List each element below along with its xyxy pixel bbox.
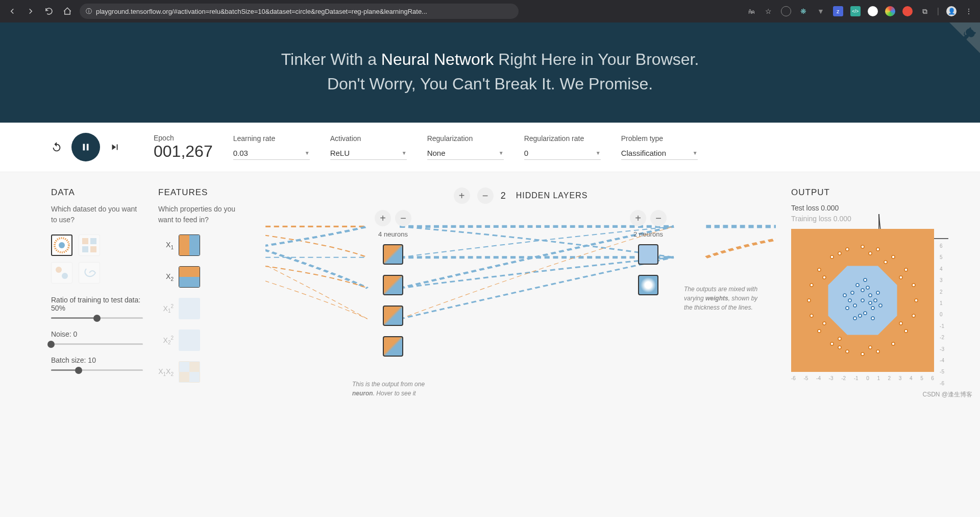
svg-point-41: [869, 294, 872, 297]
svg-point-31: [838, 252, 841, 255]
problem-type-select[interactable]: Classification▼: [621, 147, 698, 160]
feature-label-x2sq: X22: [158, 335, 174, 345]
dataset-circle[interactable]: [51, 234, 72, 256]
svg-point-55: [879, 304, 882, 307]
feature-x1sq[interactable]: [179, 298, 200, 319]
activation-select[interactable]: ReLU▼: [330, 147, 407, 160]
svg-point-20: [861, 353, 864, 356]
reset-button[interactable]: [51, 142, 62, 153]
svg-point-14: [912, 284, 915, 287]
noise-label: Noise: 0: [51, 330, 143, 338]
svg-point-29: [846, 248, 849, 251]
dataset-spiral[interactable]: [79, 262, 100, 284]
neuron-2-2[interactable]: [638, 275, 658, 295]
neuron-1-3[interactable]: [383, 306, 403, 326]
feature-x2[interactable]: [179, 266, 200, 288]
extensions-icon[interactable]: ⧉: [920, 6, 930, 16]
svg-point-46: [856, 284, 859, 287]
feature-x1x2[interactable]: [179, 361, 200, 383]
svg-point-24: [810, 314, 813, 317]
svg-point-9: [62, 273, 68, 279]
chevron-down-icon: ▼: [596, 150, 601, 156]
ext-icon-8[interactable]: [902, 6, 913, 16]
neuron-1-2[interactable]: [383, 275, 403, 295]
ext-icon-1[interactable]: [781, 6, 791, 16]
profile-icon[interactable]: 👤: [946, 6, 957, 16]
neuron-1-4[interactable]: [383, 336, 403, 357]
neuron-1-1[interactable]: [383, 244, 403, 265]
svg-point-8: [56, 267, 62, 273]
regularization-select[interactable]: None▼: [427, 147, 504, 160]
svg-point-51: [876, 291, 879, 294]
features-subtitle: Which properties do you want to feed in?: [158, 204, 250, 225]
step-button[interactable]: [109, 142, 120, 153]
ratio-slider[interactable]: [51, 317, 143, 319]
svg-point-38: [884, 261, 887, 264]
svg-point-54: [853, 317, 856, 320]
translate-icon[interactable]: 🗛: [746, 6, 756, 16]
dataset-xor[interactable]: [79, 234, 100, 256]
reg-rate-select[interactable]: 0▼: [524, 147, 601, 160]
ext-icon-4[interactable]: z: [833, 6, 843, 16]
learning-rate-select[interactable]: 0.03▼: [233, 147, 310, 160]
add-layer-button[interactable]: +: [454, 187, 470, 204]
chevron-down-icon: ▼: [693, 150, 698, 156]
star-icon[interactable]: ☆: [764, 6, 774, 16]
test-loss: Test loss 0.000: [791, 204, 949, 212]
epoch-value: 001,267: [154, 142, 213, 161]
feature-x2sq[interactable]: [179, 330, 200, 351]
svg-point-22: [830, 342, 834, 345]
svg-point-10: [861, 245, 864, 248]
svg-point-47: [874, 299, 877, 302]
github-corner[interactable]: [949, 22, 980, 53]
features-column: FEATURES Which properties do you want to…: [158, 187, 250, 393]
home-button[interactable]: [61, 5, 74, 17]
ext-icon-6[interactable]: [868, 6, 878, 16]
back-button[interactable]: [6, 5, 18, 17]
browser-chrome: ⓘ playground.tensorflow.org/#activation=…: [0, 0, 980, 22]
batch-slider[interactable]: [51, 369, 143, 371]
hidden-layer-2: +− 2 neurons: [630, 210, 667, 367]
svg-rect-6: [82, 246, 88, 252]
data-points: [791, 229, 934, 372]
learning-rate-label: Learning rate: [233, 134, 310, 143]
svg-point-16: [912, 314, 915, 317]
neuron-annotation: This is the output from one neuron. Hove…: [352, 380, 429, 398]
y-axis: 6543210-1-2-3-4-5-6: [940, 243, 944, 386]
svg-rect-5: [90, 238, 96, 244]
add-neuron-1[interactable]: +: [375, 210, 391, 226]
output-visualization[interactable]: -6-5-4-3-2-10123456: [791, 229, 934, 372]
menu-icon[interactable]: ⋮: [964, 6, 974, 16]
svg-point-19: [876, 350, 879, 353]
ext-icon-5[interactable]: </>: [850, 6, 861, 16]
remove-neuron-2[interactable]: −: [650, 210, 667, 226]
ext-icon-2[interactable]: ❋: [798, 6, 808, 16]
svg-point-42: [853, 304, 856, 307]
url-bar[interactable]: ⓘ playground.tensorflow.org/#activation=…: [80, 4, 519, 19]
svg-point-50: [859, 314, 862, 317]
hidden-layers-column: + − 2 HIDDEN LAYERS: [265, 187, 776, 393]
reload-button[interactable]: [43, 5, 55, 17]
forward-button[interactable]: [24, 5, 37, 17]
add-neuron-2[interactable]: +: [630, 210, 646, 226]
svg-point-30: [869, 252, 872, 255]
svg-point-11: [876, 248, 879, 251]
noise-slider[interactable]: [51, 343, 143, 345]
controls-bar: Epoch 001,267 Learning rate 0.03▼ Activa…: [0, 123, 980, 172]
ext-icon-7[interactable]: [885, 6, 895, 16]
svg-point-12: [892, 255, 895, 258]
remove-layer-button[interactable]: −: [477, 187, 494, 204]
svg-point-58: [861, 289, 864, 292]
epoch-label: Epoch: [154, 134, 213, 142]
svg-point-26: [810, 284, 813, 287]
neuron-2-1[interactable]: [638, 244, 658, 265]
svg-point-48: [848, 299, 851, 302]
dataset-gauss[interactable]: [51, 262, 72, 284]
remove-neuron-1[interactable]: −: [395, 210, 411, 226]
feature-x1[interactable]: [179, 234, 200, 256]
ext-icon-3[interactable]: ▼: [816, 6, 826, 16]
play-pause-button[interactable]: [71, 133, 100, 161]
svg-point-37: [838, 346, 841, 349]
data-title: DATA: [51, 187, 143, 198]
svg-point-40: [861, 299, 864, 302]
